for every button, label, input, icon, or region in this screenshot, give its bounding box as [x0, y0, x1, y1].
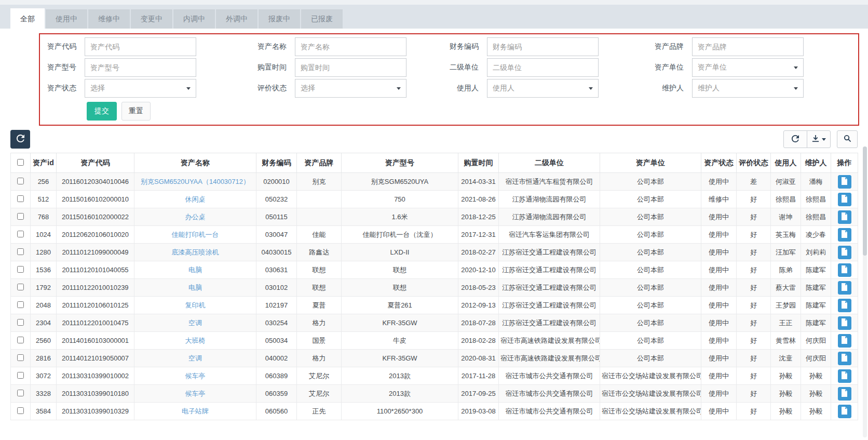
asset-name-cell: 佳能打印机一台: [134, 226, 256, 244]
asset-name-link[interactable]: 电子站牌: [182, 407, 209, 415]
finance-code-input[interactable]: [487, 37, 599, 56]
vertical-scrollbar-thumb[interactable]: [863, 146, 867, 256]
row-checkbox[interactable]: [17, 354, 24, 361]
asset-name-link[interactable]: 电脑: [188, 266, 202, 274]
row-checkbox[interactable]: [17, 178, 24, 184]
asset-name-input[interactable]: [295, 37, 406, 56]
toolbar-button-group: [783, 130, 831, 148]
purchase-date-cell: 2017-11-28: [458, 367, 499, 385]
tab-all[interactable]: 全部: [10, 8, 45, 30]
tab-changing[interactable]: 变更中: [131, 9, 172, 29]
export-button[interactable]: [807, 130, 831, 148]
detail-button[interactable]: [838, 210, 851, 224]
row-checkbox[interactable]: [17, 284, 24, 290]
detail-button[interactable]: [838, 246, 851, 259]
tab-in-use[interactable]: 使用中: [46, 9, 87, 29]
asset-name-link[interactable]: 空调: [188, 319, 202, 327]
detail-button[interactable]: [838, 369, 851, 383]
purchase-date-cell: 2018-05-23: [458, 279, 499, 297]
row-checkbox[interactable]: [17, 337, 24, 343]
asset-unit-select[interactable]: 资产单位: [692, 58, 804, 77]
eval-status-cell: 好: [737, 297, 771, 314]
asset-id-cell: 512: [31, 191, 57, 208]
document-icon: [841, 212, 848, 222]
asset-id-cell: 1536: [31, 261, 57, 279]
table-row: 2048201110120106010125复印机102197夏普夏普26120…: [11, 297, 858, 314]
tab-external-transfer[interactable]: 外调中: [216, 9, 257, 29]
asset-name-link[interactable]: 底漆高压喷涂机: [172, 248, 219, 256]
asset-name-link[interactable]: 大班椅: [185, 337, 206, 344]
asset-name-link[interactable]: 佳能打印机一台: [172, 231, 219, 238]
refresh-list-button[interactable]: [10, 130, 30, 149]
detail-button[interactable]: [838, 175, 851, 189]
detail-button[interactable]: [838, 228, 851, 242]
asset-name-link[interactable]: 候车亭: [185, 390, 206, 397]
submit-button[interactable]: 提交: [87, 102, 117, 121]
tab-internal-transfer[interactable]: 内调中: [173, 9, 215, 29]
chevron-down-icon: [186, 87, 191, 90]
detail-button[interactable]: [838, 193, 851, 206]
row-checkbox[interactable]: [17, 407, 24, 414]
maintainer-cell: 陈建军: [801, 261, 831, 279]
filter-grid: 资产代码资产名称财务编码资产品牌资产型号购置时间二级单位资产单位资产单位资产状态…: [46, 36, 858, 99]
eval-status-select[interactable]: 选择: [295, 79, 406, 98]
row-checkbox[interactable]: [17, 372, 24, 379]
purchase-date-cell: 2018-07-28: [458, 314, 499, 332]
row-checkbox[interactable]: [17, 301, 24, 308]
document-icon: [841, 230, 848, 239]
detail-button[interactable]: [838, 405, 851, 418]
tab-repairing[interactable]: 维修中: [88, 9, 130, 29]
purchase-time-input[interactable]: [295, 58, 406, 77]
asset-name-link[interactable]: 候车亭: [185, 372, 206, 380]
filter-label-asset-status: 资产状态: [46, 84, 76, 93]
asset-name-link[interactable]: 空调: [188, 354, 202, 362]
asset-unit-cell: 宿迁市公交场站建设发展有限公司: [600, 385, 701, 403]
row-checkbox[interactable]: [17, 231, 24, 237]
eval-status-select-value: 选择: [301, 84, 315, 93]
user-cell: 陈弟: [771, 261, 801, 279]
row-checkbox[interactable]: [17, 319, 24, 326]
asset-id-cell: 1024: [31, 226, 57, 244]
finance-code-cell: 102197: [256, 297, 297, 314]
asset-model-input[interactable]: [85, 58, 196, 77]
asset-status-cell: 使用中: [701, 297, 737, 314]
asset-name-cell: 别克SGM6520UYAA（140030712）: [134, 173, 256, 191]
eval-status-cell: 好: [737, 403, 771, 420]
maintainer-select[interactable]: 维护人: [692, 79, 804, 98]
row-checkbox[interactable]: [17, 390, 24, 396]
detail-button[interactable]: [838, 352, 851, 365]
asset-name-link[interactable]: 复印机: [185, 301, 206, 309]
asset-brand-input[interactable]: [692, 37, 804, 56]
select-all-checkbox[interactable]: [17, 159, 24, 166]
maintainer-cell: 潘梅: [801, 173, 831, 191]
detail-button[interactable]: [838, 299, 851, 312]
row-checkbox[interactable]: [17, 213, 24, 220]
refresh-table-button[interactable]: [783, 130, 807, 148]
asset-name-link[interactable]: 办公桌: [185, 213, 206, 221]
row-checkbox[interactable]: [17, 195, 24, 202]
detail-button[interactable]: [838, 316, 851, 330]
finance-code-cell: 050232: [256, 191, 297, 208]
filter-label-purchase-time: 购置时间: [256, 63, 287, 72]
asset-name-link[interactable]: 电脑: [188, 284, 202, 291]
search-button[interactable]: [837, 130, 858, 148]
asset-name-link[interactable]: 休闲桌: [185, 195, 206, 203]
detail-button[interactable]: [838, 334, 851, 348]
row-checkbox[interactable]: [17, 266, 24, 273]
refresh-icon: [17, 135, 24, 144]
tab-scrapped[interactable]: 已报废: [301, 9, 343, 29]
reset-button[interactable]: 重置: [121, 102, 151, 121]
secondary-unit-cell: 江苏宿迁交通工程建设有限公司: [499, 244, 600, 261]
asset-name-link[interactable]: 别克SGM6520UYAA（140030712）: [141, 178, 250, 185]
vertical-scrollbar-track[interactable]: [863, 146, 867, 437]
tab-scrapping[interactable]: 报废中: [259, 9, 300, 29]
row-checkbox[interactable]: [17, 248, 24, 255]
secondary-unit-input[interactable]: [487, 58, 599, 77]
asset-name-cell: 休闲桌: [134, 191, 256, 208]
detail-button[interactable]: [838, 387, 851, 401]
detail-button[interactable]: [838, 281, 851, 295]
user-select[interactable]: 使用人: [487, 79, 599, 98]
detail-button[interactable]: [838, 263, 851, 277]
asset-code-input[interactable]: [85, 37, 196, 56]
asset-status-select[interactable]: 选择: [85, 79, 196, 98]
